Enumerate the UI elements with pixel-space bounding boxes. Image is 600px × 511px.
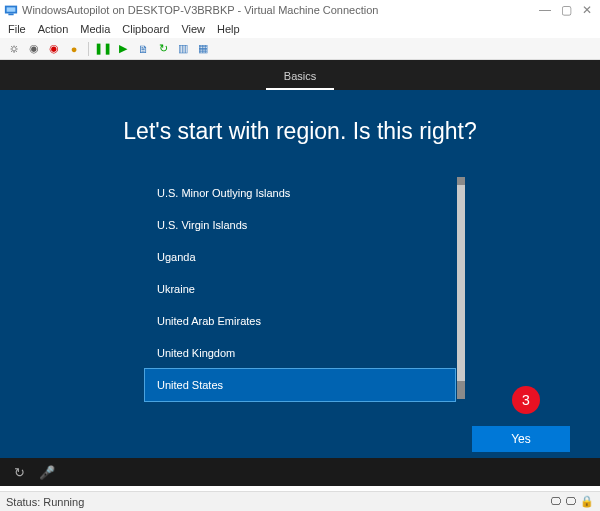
- menu-item-action[interactable]: Action: [38, 23, 69, 35]
- yes-button[interactable]: Yes: [472, 426, 570, 452]
- lock-icon: 🔒: [580, 495, 594, 508]
- menu-item-help[interactable]: Help: [217, 23, 240, 35]
- region-item[interactable]: Uganda: [145, 241, 455, 273]
- status-text: Status: Running: [6, 496, 84, 508]
- stop-icon[interactable]: ●: [66, 41, 82, 57]
- statusbar: Status: Running 🖵 🖵 🔒: [0, 491, 600, 511]
- toolbar: ⛭◉◉●❚❚▶🗎↻▥▦: [0, 38, 600, 60]
- region-item[interactable]: United Kingdom: [145, 337, 455, 369]
- play-icon[interactable]: ▶: [115, 41, 131, 57]
- scroll-up-arrow[interactable]: [457, 177, 465, 185]
- menu-item-clipboard[interactable]: Clipboard: [122, 23, 169, 35]
- oobe-bottombar: ↻ 🎤: [0, 458, 600, 486]
- step-badge: 3: [512, 386, 540, 414]
- region-list[interactable]: U.S. Minor Outlying IslandsU.S. Virgin I…: [145, 177, 455, 399]
- microphone-icon[interactable]: 🎤: [39, 465, 55, 480]
- guest-screen: Basics Let's start with region. Is this …: [0, 60, 600, 486]
- tab-basics[interactable]: Basics: [266, 64, 334, 90]
- menu-item-file[interactable]: File: [8, 23, 26, 35]
- region-item[interactable]: U.S. Minor Outlying Islands: [145, 177, 455, 209]
- checkpoint-icon[interactable]: 🗎: [135, 41, 151, 57]
- oobe-tabbar: Basics: [0, 60, 600, 90]
- settings-icon[interactable]: ⛭: [6, 41, 22, 57]
- svg-rect-2: [8, 14, 13, 16]
- menu-item-view[interactable]: View: [181, 23, 205, 35]
- region-item[interactable]: U.S. Virgin Islands: [145, 209, 455, 241]
- window-title: WindowsAutopilot on DESKTOP-V3BRBKP - Vi…: [22, 4, 539, 16]
- revert-icon[interactable]: ↻: [155, 41, 171, 57]
- record-icon[interactable]: ◉: [46, 41, 62, 57]
- region-list-container: U.S. Minor Outlying IslandsU.S. Virgin I…: [145, 177, 455, 399]
- titlebar: WindowsAutopilot on DESKTOP-V3BRBKP - Vi…: [0, 0, 600, 20]
- pause-icon[interactable]: ❚❚: [95, 41, 111, 57]
- page-title: Let's start with region. Is this right?: [0, 118, 600, 145]
- menu-item-media[interactable]: Media: [80, 23, 110, 35]
- region-item[interactable]: United Arab Emirates: [145, 305, 455, 337]
- vm-app-icon: [4, 3, 18, 17]
- region-item[interactable]: Ukraine: [145, 273, 455, 305]
- region-item[interactable]: United States: [145, 369, 455, 401]
- status-icons: 🖵 🖵 🔒: [550, 495, 594, 508]
- share-icon[interactable]: ▦: [195, 41, 211, 57]
- window-controls: — ▢ ✕: [539, 4, 596, 16]
- maximize-button[interactable]: ▢: [561, 4, 572, 16]
- status-icon-a: 🖵: [550, 495, 561, 508]
- ctrl-alt-del-icon[interactable]: ◉: [26, 41, 42, 57]
- toolbar-separator: [88, 42, 89, 56]
- menubar: FileActionMediaClipboardViewHelp: [0, 20, 600, 38]
- scroll-thumb[interactable]: [457, 381, 465, 399]
- minimize-button[interactable]: —: [539, 4, 551, 16]
- status-icon-b: 🖵: [565, 495, 576, 508]
- accessibility-icon[interactable]: ↻: [14, 465, 25, 480]
- enhanced-icon[interactable]: ▥: [175, 41, 191, 57]
- close-button[interactable]: ✕: [582, 4, 592, 16]
- svg-rect-1: [7, 7, 16, 11]
- scrollbar[interactable]: [457, 177, 465, 399]
